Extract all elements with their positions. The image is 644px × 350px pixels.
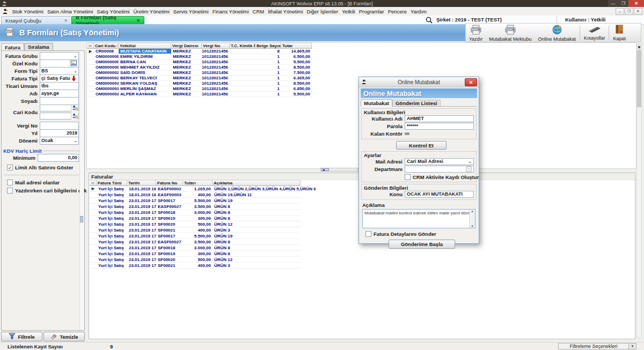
horizontal-scrollbar[interactable] [320, 168, 358, 172]
print-button[interactable]: Yazdır [466, 24, 486, 42]
menu-item-programlar[interactable]: Programlar [357, 7, 386, 16]
menu-item-finans-y-netimi[interactable]: Finans Yönetimi [210, 7, 251, 16]
filter-panel-scrollbar[interactable] [79, 51, 84, 330]
column-header-3[interactable]: Fatura No [156, 180, 183, 186]
table-row[interactable]: Yurt İçi Satış23.01.2019 17SF00019300,00… [90, 251, 635, 257]
table-row[interactable]: OM00000022SAİD DORİSMERKEZ1012302145617.… [87, 70, 636, 76]
lookup-input[interactable] [40, 113, 79, 120]
column-header-5[interactable]: T.C. Kimlik No [230, 43, 255, 49]
reconciliation-letter-button[interactable]: Mutabakat Mektubu [486, 24, 535, 42]
lookup-input[interactable] [40, 105, 79, 111]
person-lookup-icon[interactable] [71, 105, 78, 111]
tab-gonderim-listesi[interactable]: Gönderim Listesi [392, 100, 441, 106]
tab-siralama[interactable]: Sıralama [24, 43, 53, 50]
lookup-icon[interactable]: ⋯ [466, 166, 472, 172]
crm-checkbox-row[interactable]: CRM Aktivite Kaydı Oluştur [364, 174, 474, 180]
d-nemi-input[interactable]: Ocak⌄ [40, 137, 79, 145]
department-input[interactable]: ⋯ [405, 166, 474, 173]
menu-item-pencere[interactable]: Pencere [386, 7, 408, 16]
menu-item--retim-y-netimi[interactable]: Üretim Yönetimi [131, 7, 171, 16]
scrollbar-button[interactable] [637, 44, 641, 50]
subject-input[interactable]: OCAK AYI MUTABAKATI [405, 191, 474, 198]
column-header-4[interactable]: Tutarı [183, 180, 213, 186]
textarea-scrollbar[interactable]: ▲▼ [469, 210, 475, 228]
check-button[interactable]: Kontrol Et [396, 141, 447, 150]
table-row[interactable]: ▶CR00008MUSTAFA CANAYAKINMERKEZ101230214… [87, 49, 636, 54]
ad--input[interactable]: ayşe,ge [40, 90, 79, 98]
person-lookup-icon[interactable] [71, 113, 78, 120]
column-header-1[interactable]: Cari Kodu∕ [94, 43, 119, 49]
ticari-unvan--input[interactable]: tbs [40, 82, 79, 90]
close-tab-icon[interactable]: ✕ [64, 18, 68, 23]
tab-mutabakat[interactable]: Mutabakat [361, 99, 392, 107]
menu-item-di-er-i-lemler[interactable]: Diğer İşlemler [305, 7, 340, 16]
checkbox-row[interactable]: Mail adresi olanlar [2, 178, 84, 187]
scrollbar-thumb[interactable] [637, 50, 641, 107]
checkbox[interactable] [405, 174, 411, 180]
mdi-restore-button[interactable]: ❐ [625, 8, 633, 15]
checkbox-row[interactable]: ✓Limit Altı Satırını Göster [2, 163, 84, 172]
soyad--input[interactable] [40, 97, 79, 105]
fatura-grubu-input[interactable]: ⌄ [40, 52, 79, 60]
clear-button[interactable]: Temizle [43, 332, 85, 341]
menu-item-i-thalat-y-netimi[interactable]: İthalat Yönetimi [266, 7, 305, 16]
vergi-no-input[interactable] [40, 122, 79, 130]
maximize-button[interactable]: ❐ [618, 0, 628, 7]
username-input[interactable]: AHMET [405, 115, 474, 122]
column-header-2[interactable]: Tarihi [127, 180, 156, 186]
table-row[interactable]: Yurt İçi Satış23.01.2019 17SF000183.000,… [90, 245, 635, 251]
description-textarea[interactable]: Mutabakat mailini kontrol ederek lütfen … [362, 209, 475, 228]
y-l-input[interactable]: 2019 [40, 129, 79, 137]
invoice-details-checkbox-row[interactable]: Fatura Detaylarını Gönder [359, 230, 479, 237]
column-header-1[interactable]: Fatura Türü [97, 180, 127, 186]
menu-item-servis-y-netimi[interactable]: Servis Yönetimi [171, 7, 210, 16]
table-row[interactable]: OM00000003EMRE YILDIRIMMERKEZ10123021456… [87, 54, 636, 59]
scroll-down-icon[interactable]: ▼ [471, 225, 474, 228]
minimum-input[interactable]: 0,00 [38, 154, 79, 162]
close-form-button[interactable]: x Kapat [610, 24, 629, 42]
close-tab-icon[interactable]: ✕ [136, 18, 140, 23]
online-reconciliation-button[interactable]: Online Mutabakat [535, 24, 579, 42]
menu-item-yard-m[interactable]: Yardım [409, 7, 429, 16]
start-sending-button[interactable]: Gönderime Başla [389, 240, 455, 249]
mdi-close-button[interactable]: ✕ [634, 8, 642, 15]
checkbox-row[interactable]: Yazdırırken cari bilgilerini çek [2, 187, 84, 195]
menu-item-yetkili[interactable]: Yetkili [340, 7, 357, 16]
scrollbar-thumb[interactable] [80, 216, 83, 222]
mail-address-select[interactable]: Cari Mail Adresi⌄ [405, 158, 474, 165]
menu-item-crm[interactable]: CRM [251, 7, 266, 16]
picture-icon[interactable] [70, 60, 77, 67]
checkbox[interactable] [7, 180, 13, 185]
password-input[interactable]: ****** [405, 123, 474, 130]
column-header-3[interactable]: Vergi Dairesi [171, 43, 202, 49]
form-tipi-input[interactable]: BS⌄ [40, 67, 79, 75]
-zel-kodu-input[interactable] [40, 59, 79, 68]
menu-item-stok-y-netimi[interactable]: Stok Yönetimi [10, 7, 45, 16]
filter-button[interactable]: Filtrele [1, 332, 42, 341]
table-row[interactable]: OM00000008MEHMET AKYILDIZMERKEZ101230214… [87, 65, 636, 70]
filter-options-button[interactable]: Filtreleme Seçenekleri ▼ [558, 343, 636, 349]
tab-fatura[interactable]: Fatura [1, 43, 24, 51]
table-row[interactable]: Yurt İçi Satış23.01.2019 17SF00020500,00… [90, 257, 635, 263]
column-header-4[interactable]: Vergi No [202, 43, 230, 49]
column-header-2[interactable]: Yetkilisi [119, 43, 171, 49]
tab-shortcut-bar[interactable]: Kısayol Çubuğu ✕ [1, 16, 72, 24]
vertical-scrollbar[interactable] [636, 43, 642, 338]
column-header-7[interactable]: Tutar [281, 43, 312, 49]
checkbox[interactable] [7, 188, 13, 193]
close-button[interactable]: ✕ [628, 0, 644, 7]
shortcuts-button[interactable]: Kısayollar [581, 24, 609, 42]
checkbox[interactable] [365, 231, 371, 237]
red-down-arrow-icon[interactable] [70, 75, 77, 82]
fatura-tipi-input[interactable]: çi Satış Faturası,Yuı [40, 75, 79, 83]
checkbox[interactable]: ✓ [7, 165, 13, 170]
tab-b-forms[interactable]: B Formları (Satış Yönetimi) ✕ [71, 16, 144, 24]
table-row[interactable]: OM00000006BERNA CANMERKEZ1012302145615.5… [87, 59, 636, 65]
column-header-6[interactable]: Belge Sayısı [255, 43, 281, 49]
mdi-minimize-button[interactable]: – [616, 8, 624, 15]
table-row[interactable]: Yurt İçi Satış23.01.2019 17SF00021400,00… [90, 263, 635, 269]
minimize-button[interactable]: — [608, 0, 618, 7]
column-header-5[interactable]: Açıklama [213, 180, 301, 186]
dialog-close-button[interactable]: ✕ [465, 78, 477, 86]
scrollbar-thumb[interactable] [321, 168, 329, 171]
